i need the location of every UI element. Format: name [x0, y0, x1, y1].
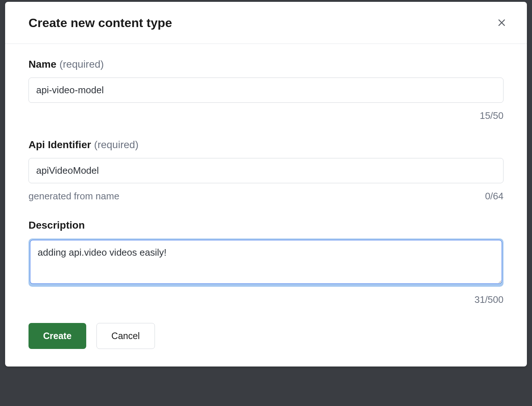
create-button[interactable]: Create	[28, 323, 86, 349]
name-required-hint: (required)	[60, 59, 104, 70]
api-identifier-helper-row: generated from name 0/64	[28, 191, 503, 202]
name-char-count: 15/50	[480, 110, 503, 121]
api-identifier-field-group: Api Identifier (required) generated from…	[28, 139, 503, 202]
name-field-group: Name (required) 15/50	[28, 59, 503, 121]
modal-header: Create new content type	[5, 2, 527, 44]
description-focus-ring	[28, 238, 503, 287]
description-input[interactable]	[30, 240, 502, 284]
description-char-count: 31/500	[474, 294, 503, 305]
api-identifier-char-count: 0/64	[485, 191, 503, 202]
description-label: Description	[28, 219, 85, 231]
api-identifier-required-hint: (required)	[94, 139, 138, 150]
close-button[interactable]	[494, 15, 509, 30]
create-content-type-modal: Create new content type Name (required) …	[5, 2, 527, 366]
modal-button-row: Create Cancel	[28, 323, 503, 349]
modal-body: Name (required) 15/50 Api Identifier (re…	[5, 44, 527, 366]
api-identifier-helper-text: generated from name	[28, 191, 119, 202]
name-input[interactable]	[28, 78, 503, 103]
name-label: Name	[28, 59, 56, 70]
description-field-group: Description 31/500	[28, 219, 503, 305]
modal-title: Create new content type	[28, 16, 172, 30]
name-helper-row: 15/50	[28, 110, 503, 121]
description-helper-row: 31/500	[28, 294, 503, 305]
cancel-button[interactable]: Cancel	[96, 323, 155, 349]
api-identifier-label: Api Identifier	[28, 139, 91, 150]
close-icon	[497, 18, 506, 27]
api-identifier-input[interactable]	[28, 158, 503, 183]
